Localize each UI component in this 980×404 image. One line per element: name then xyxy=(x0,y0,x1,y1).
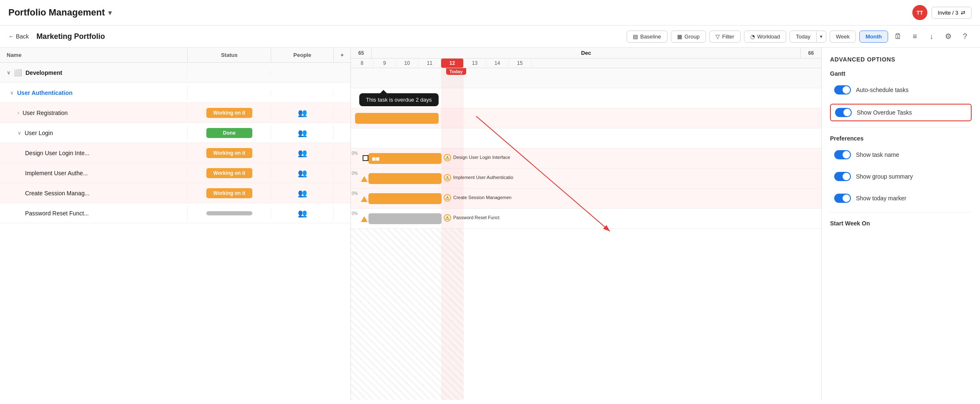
show-today-marker-row: Show today marker xyxy=(830,190,972,206)
back-arrow: ← xyxy=(8,33,14,40)
cell-people: 👥 xyxy=(271,146,334,160)
gantt-pct: 0% xyxy=(352,171,358,176)
month-button[interactable]: Month xyxy=(859,31,888,43)
invite-label: Invite / 3 xyxy=(938,10,958,16)
table-panel: Name Status People + ∨ ⬜ Development ∨ xyxy=(0,48,351,400)
workload-button[interactable]: ◔ Workload xyxy=(744,31,787,43)
avatar: TT xyxy=(912,5,927,20)
main-area: Name Status People + ∨ ⬜ Development ∨ xyxy=(0,48,980,400)
gantt-bar[interactable] xyxy=(355,113,439,124)
today-badge: Today xyxy=(446,68,466,75)
show-overdue-toggle[interactable] xyxy=(835,108,852,117)
col-people-header: People xyxy=(271,48,334,62)
app-title-text: Portfolio Management xyxy=(8,7,105,18)
top-right: TT Invite / 3 ⇄ xyxy=(912,5,972,20)
cell-name: ∨ ⬜ Development xyxy=(0,64,188,81)
table-row: Password Reset Funct... 👥 xyxy=(0,203,350,223)
advanced-title: ADVANCED OPTIONS xyxy=(830,56,972,63)
cell-status xyxy=(188,70,271,75)
gantt-row: 0% ⚠ Create Session Managemen xyxy=(351,189,821,209)
table-row: ∨ User Login Done 👥 xyxy=(0,123,350,143)
workload-icon: ◔ xyxy=(750,33,755,40)
status-badge: Working on it xyxy=(206,148,252,158)
cell-name: Create Session Manag... xyxy=(0,186,188,201)
col-name-header: Name xyxy=(0,48,188,62)
today-chevron[interactable]: ▾ xyxy=(816,31,826,42)
gantt-pct: 0% xyxy=(352,151,358,156)
gantt-task-label: Design User Login Interface xyxy=(453,155,510,160)
show-group-summary-label: Show group summary xyxy=(856,173,913,180)
divider xyxy=(830,212,972,212)
people-icon: 👥 xyxy=(298,209,307,218)
today-group: Today ▾ xyxy=(790,31,826,43)
gantt-bar[interactable] xyxy=(368,193,442,204)
cell-status: Working on it xyxy=(188,146,271,161)
show-today-marker-toggle[interactable] xyxy=(834,194,851,203)
row-name: User Login xyxy=(25,130,53,136)
page-title: Marketing Portfolio xyxy=(36,32,105,41)
expand-chevron[interactable]: ∨ xyxy=(10,90,14,96)
overdue-tooltip: This task is overdue 2 days xyxy=(359,93,439,106)
cell-name: › User Registration xyxy=(0,105,188,120)
top-header: Portfolio Management ▾ TT Invite / 3 ⇄ xyxy=(0,0,980,26)
week-num-left: 65 xyxy=(351,48,372,58)
show-task-name-toggle[interactable] xyxy=(834,150,851,159)
gantt-day: 15 xyxy=(509,59,531,68)
auto-schedule-toggle[interactable] xyxy=(834,85,851,95)
cell-name: ∨ User Login xyxy=(0,125,188,141)
people-icon: 👥 xyxy=(298,169,307,178)
cell-status: Working on it xyxy=(188,166,271,181)
gantt-bar[interactable] xyxy=(368,213,442,224)
expand-chevron[interactable]: ∨ xyxy=(7,70,10,76)
baseline-button[interactable]: ▤ Baseline xyxy=(627,31,668,43)
gantt-panel: 65 Dec 66 8 9 10 11 12 13 14 15 Today xyxy=(351,48,821,400)
people-icon: 👥 xyxy=(298,128,307,138)
group-button[interactable]: ▦ Group xyxy=(671,31,706,43)
status-badge xyxy=(206,211,252,215)
cell-name: Password Reset Funct... xyxy=(0,206,188,221)
cell-people: 👥 xyxy=(271,106,334,120)
settings-button[interactable]: ⚙ xyxy=(942,30,955,43)
cell-name: Design User Login Inte... xyxy=(0,146,188,161)
expand-chevron[interactable]: › xyxy=(18,110,19,116)
expand-chevron[interactable]: ∨ xyxy=(18,130,21,136)
gantt-pct: 0% xyxy=(352,191,358,196)
help-button[interactable]: ? xyxy=(958,30,972,43)
download-button[interactable]: ↓ xyxy=(925,30,938,43)
cell-status: Done xyxy=(188,125,271,141)
gantt-warning-icon: ⚠ xyxy=(444,214,451,222)
gantt-warning-icon: ⚠ xyxy=(444,174,451,182)
gantt-day: 10 xyxy=(396,59,419,68)
gantt-bar[interactable] xyxy=(368,173,442,184)
row-name: Development xyxy=(25,69,62,76)
overdue-tooltip-text: This task is overdue 2 days xyxy=(366,97,432,103)
filter-button[interactable]: ▽ Filter xyxy=(709,31,741,43)
group-label: Group xyxy=(685,33,700,40)
row-name: Password Reset Funct... xyxy=(25,210,89,217)
cell-add xyxy=(334,70,350,75)
week-button[interactable]: Week xyxy=(830,31,856,43)
gantt-row: 0% ⚠ Password Reset Funct xyxy=(351,209,821,229)
auto-schedule-label: Auto-schedule tasks xyxy=(856,87,909,93)
row-name[interactable]: User Authentication xyxy=(17,89,73,96)
show-group-summary-toggle[interactable] xyxy=(834,172,851,181)
sort-button[interactable]: ≡ xyxy=(908,30,922,43)
month-label: Month xyxy=(866,33,882,40)
cell-add xyxy=(334,151,350,156)
today-button[interactable]: Today xyxy=(790,31,816,42)
filter-icon: ▽ xyxy=(716,33,720,40)
table-row: Create Session Manag... Working on it 👥 xyxy=(0,183,350,203)
show-task-name-row: Show task name xyxy=(830,147,972,163)
gantt-day: 9 xyxy=(373,59,396,68)
back-button[interactable]: ← Back xyxy=(8,33,29,40)
calendar-view-button[interactable]: 🗓 xyxy=(891,30,905,43)
gantt-row xyxy=(351,128,821,148)
app-title-chevron[interactable]: ▾ xyxy=(108,9,112,17)
col-add-header: + xyxy=(334,48,350,62)
gantt-months-row: 65 Dec 66 xyxy=(351,48,821,59)
row-name: Implement User Authe... xyxy=(25,170,88,176)
gantt-task-label: Implement User Authenticatio xyxy=(453,175,513,180)
gantt-bar[interactable]: ▦▦ xyxy=(368,153,442,164)
invite-button[interactable]: Invite / 3 ⇄ xyxy=(932,7,972,19)
baseline-label: Baseline xyxy=(640,33,661,40)
